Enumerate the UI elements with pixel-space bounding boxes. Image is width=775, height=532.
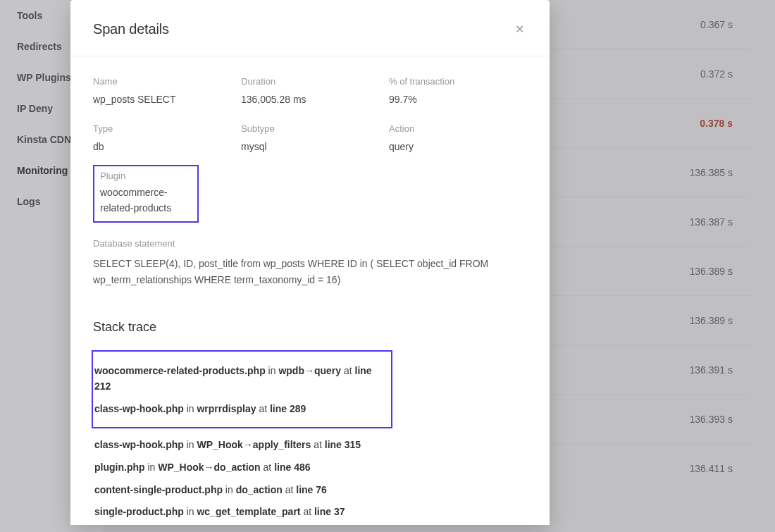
field-value: wp_posts SELECT [93, 94, 241, 105]
field-action: Action query [389, 123, 527, 152]
modal-title: Span details [93, 21, 169, 37]
field-plugin-highlight: Plugin woocommerce-related-products [93, 165, 199, 223]
span-details-modal: Span details ✕ Name wp_posts SELECT Dura… [70, 0, 550, 525]
modal-header: Span details ✕ [70, 0, 550, 56]
field-pct-of-transaction: % of transaction 99.7% [389, 76, 527, 105]
field-label: Plugin [100, 171, 192, 181]
stack-trace-title: Stack trace [93, 320, 527, 335]
stack-trace-line: plugin.php in WP_Hook→do_action at line … [93, 457, 527, 479]
stack-trace-line: class-wp-hook.php in WP_Hook→apply_filte… [93, 434, 527, 457]
field-value: query [389, 141, 527, 152]
field-value: woocommerce-related-products [100, 185, 192, 216]
field-database-statement: Database statement SELECT SLEEP(4), ID, … [93, 238, 527, 287]
field-label: Action [389, 123, 527, 134]
stack-trace-line: single-product.php in wc_get_template_pa… [93, 501, 527, 524]
field-label: Name [93, 76, 241, 87]
stack-trace-highlight: woocommerce-related-products.php in wpdb… [92, 350, 392, 428]
field-subtype: Subtype mysql [241, 123, 389, 152]
field-duration: Duration 136,005.28 ms [241, 76, 389, 105]
field-value: db [93, 141, 241, 152]
close-icon[interactable]: ✕ [512, 20, 527, 39]
field-value: 136,005.28 ms [241, 94, 389, 105]
field-label: Type [93, 123, 241, 134]
field-value: 99.7% [389, 94, 527, 105]
modal-body: Name wp_posts SELECT Duration 136,005.28… [70, 56, 550, 302]
field-value: mysql [241, 141, 389, 152]
field-label: Subtype [241, 123, 389, 134]
field-label: Duration [241, 76, 389, 87]
field-label: % of transaction [389, 76, 527, 87]
stack-trace-section: Stack trace woocommerce-related-products… [70, 302, 550, 529]
stack-trace-line: content-single-product.php in do_action … [93, 479, 527, 502]
field-name: Name wp_posts SELECT [93, 76, 241, 105]
stack-trace-line: woocommerce-related-products.php in wpdb… [93, 360, 384, 397]
stack-trace-line: class-wp-hook.php in wrprrdisplay at lin… [93, 398, 384, 421]
field-value: SELECT SLEEP(4), ID, post_title from wp_… [93, 256, 527, 287]
field-label: Database statement [93, 238, 527, 249]
field-type: Type db [93, 123, 241, 152]
